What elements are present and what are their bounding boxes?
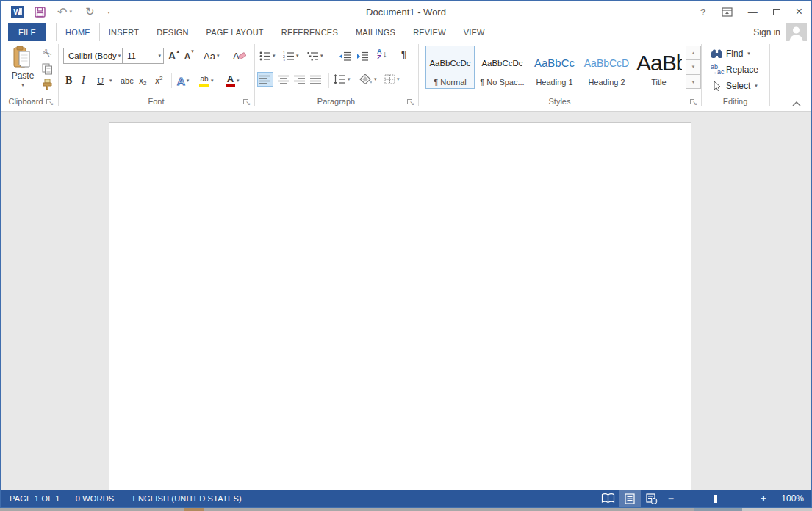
status-bar: PAGE 1 OF 1 0 WORDS ENGLISH (UNITED STAT… — [1, 490, 811, 507]
justify-button[interactable] — [308, 72, 324, 87]
title-bar: W ↶▾ ↻ ▾ Document1 - Word ? — × — [1, 1, 811, 23]
font-size-combo[interactable]: 11▾ — [122, 48, 164, 64]
style-normal[interactable]: AaBbCcDc ¶ Normal — [425, 46, 475, 89]
editing-group-label: Editing — [701, 97, 769, 109]
tab-page-layout[interactable]: PAGE LAYOUT — [198, 23, 273, 41]
zoom-percentage[interactable]: 100% — [772, 493, 804, 504]
styles-more-button[interactable]: ▼ — [686, 74, 701, 89]
borders-button[interactable]: ▾ — [384, 72, 400, 87]
tab-view[interactable]: VIEW — [455, 23, 494, 41]
bold-button[interactable]: B — [65, 73, 72, 89]
close-button[interactable]: × — [796, 5, 802, 18]
paragraph-group-label: Paragraph — [254, 97, 418, 109]
select-icon — [711, 81, 723, 91]
style-no-spacing[interactable]: AaBbCcDc ¶ No Spac... — [478, 46, 527, 89]
minimize-button[interactable]: — — [748, 7, 758, 18]
print-layout-button[interactable] — [619, 490, 641, 507]
align-center-button[interactable] — [276, 72, 292, 87]
clear-formatting-button[interactable]: A — [233, 48, 246, 64]
help-button[interactable]: ? — [700, 7, 706, 18]
change-case-button[interactable]: Aa▾ — [204, 48, 219, 64]
document-area — [1, 112, 811, 490]
strikethrough-button[interactable]: abc — [121, 73, 134, 89]
window-title: Document1 - Word — [1, 1, 811, 23]
ribbon-display-options-button[interactable] — [722, 7, 733, 17]
text-effects-button[interactable]: A▾ — [177, 73, 189, 89]
subscript-button[interactable]: x2 — [139, 73, 146, 89]
font-color-button[interactable]: A▾ — [226, 73, 240, 89]
zoom-out-button[interactable]: − — [663, 493, 679, 504]
tab-insert[interactable]: INSERT — [100, 23, 148, 41]
language-indicator[interactable]: ENGLISH (UNITED STATES) — [132, 494, 241, 503]
underline-dropdown[interactable]: ▾ — [108, 73, 112, 89]
multilevel-list-button[interactable]: ▾ — [307, 48, 323, 63]
find-icon — [711, 49, 723, 59]
desktop-sliver — [0, 508, 812, 511]
zoom-in-button[interactable]: + — [755, 493, 772, 504]
tab-mailings[interactable]: MAILINGS — [347, 23, 404, 41]
line-spacing-button[interactable]: ▾ — [333, 72, 351, 87]
text-highlight-button[interactable]: ab▾ — [199, 73, 214, 89]
paste-clipboard-icon — [12, 46, 33, 69]
shading-button[interactable]: ▾ — [359, 72, 377, 87]
word-window: W ↶▾ ↻ ▾ Document1 - Word ? — × F — [0, 0, 812, 508]
font-group-label: Font — [58, 97, 254, 109]
show-hide-marks-button[interactable]: ¶ — [401, 47, 407, 62]
clipboard-group-label: Clipboard — [4, 97, 48, 109]
superscript-button[interactable]: x2 — [155, 73, 162, 89]
copy-button[interactable] — [40, 62, 54, 75]
collapse-ribbon-button[interactable] — [792, 98, 801, 109]
word-count[interactable]: 0 WORDS — [76, 494, 115, 503]
increase-indent-button[interactable] — [356, 48, 369, 63]
replace-icon: ab→ac — [711, 65, 723, 75]
italic-button[interactable]: I — [82, 73, 85, 89]
tab-review[interactable]: REVIEW — [404, 23, 455, 41]
svg-text:3: 3 — [283, 57, 285, 61]
ribbon-tabs: FILE HOME INSERT DESIGN PAGE LAYOUT REFE… — [1, 23, 811, 41]
tab-file[interactable]: FILE — [8, 23, 46, 41]
user-avatar[interactable] — [786, 23, 807, 41]
numbering-button[interactable]: 123 ▾ — [283, 48, 299, 63]
read-mode-button[interactable] — [597, 490, 619, 507]
find-button[interactable]: Find▾ — [711, 47, 750, 60]
shrink-font-button[interactable]: A▼ — [184, 48, 195, 64]
style-heading-2[interactable]: AaBbCcD Heading 2 — [582, 46, 631, 89]
styles-dialog-launcher[interactable]: ↘ — [690, 99, 697, 106]
styles-scrollbar: ▲ ▼ ▼ — [686, 46, 701, 89]
zoom-slider-handle[interactable] — [714, 495, 717, 503]
style-title[interactable]: AaBbCcD Title — [634, 46, 683, 89]
select-button[interactable]: Select▾ — [711, 79, 758, 93]
format-painter-button[interactable] — [40, 78, 54, 90]
tab-references[interactable]: REFERENCES — [273, 23, 347, 41]
paste-button[interactable]: Paste ▾ — [7, 46, 39, 94]
maximize-button[interactable] — [773, 9, 780, 15]
align-left-button[interactable] — [257, 72, 273, 87]
ribbon-home: Paste ▾ ✂ Clipboard ↘ Calibri (Body▾ 11▾… — [1, 41, 811, 112]
tab-design[interactable]: DESIGN — [148, 23, 197, 41]
bullets-button[interactable]: ▾ — [259, 48, 276, 63]
clipboard-dialog-launcher[interactable]: ↘ — [46, 99, 54, 106]
web-layout-button[interactable] — [641, 490, 663, 507]
styles-scroll-up-button[interactable]: ▲ — [686, 46, 701, 60]
font-dialog-launcher[interactable]: ↘ — [243, 99, 251, 106]
align-right-button[interactable] — [292, 72, 308, 87]
decrease-indent-button[interactable] — [339, 48, 351, 63]
zoom-slider[interactable] — [680, 499, 754, 499]
font-family-combo[interactable]: Calibri (Body▾ — [63, 48, 123, 64]
page-indicator[interactable]: PAGE 1 OF 1 — [10, 494, 60, 503]
underline-button[interactable]: U — [97, 73, 104, 89]
document-page[interactable] — [109, 122, 691, 490]
replace-button[interactable]: ab→ac Replace — [711, 63, 758, 76]
cut-button[interactable]: ✂ — [40, 47, 54, 59]
sign-in-link[interactable]: Sign in — [753, 23, 780, 41]
sort-button[interactable]: AZ↓ — [377, 47, 387, 62]
style-heading-1[interactable]: AaBbCc Heading 1 — [530, 46, 579, 89]
tab-home[interactable]: HOME — [56, 23, 100, 41]
styles-group-label: Styles — [418, 97, 701, 109]
paragraph-dialog-launcher[interactable]: ↘ — [407, 99, 414, 106]
grow-font-button[interactable]: A▲ — [168, 48, 180, 64]
styles-scroll-down-button[interactable]: ▼ — [686, 59, 701, 74]
